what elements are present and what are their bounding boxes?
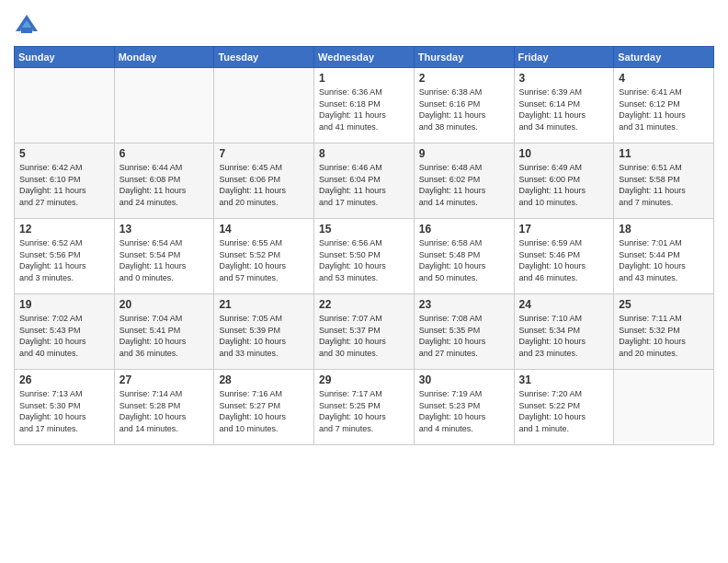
day-info: Sunrise: 6:44 AM Sunset: 6:08 PM Dayligh… [119, 162, 210, 208]
calendar-cell: 21Sunrise: 7:05 AM Sunset: 5:39 PM Dayli… [214, 294, 314, 370]
day-number: 26 [19, 373, 109, 386]
calendar-cell: 13Sunrise: 6:54 AM Sunset: 5:54 PM Dayli… [114, 219, 214, 294]
day-number: 9 [419, 147, 509, 160]
day-info: Sunrise: 6:38 AM Sunset: 6:16 PM Dayligh… [419, 86, 509, 132]
day-info: Sunrise: 7:20 AM Sunset: 5:22 PM Dayligh… [519, 388, 609, 434]
calendar-cell: 27Sunrise: 7:14 AM Sunset: 5:28 PM Dayli… [114, 370, 214, 445]
svg-rect-2 [21, 28, 32, 33]
day-number: 12 [19, 223, 109, 236]
calendar-cell: 29Sunrise: 7:17 AM Sunset: 5:25 PM Dayli… [314, 370, 415, 445]
day-number: 18 [619, 223, 709, 236]
day-info: Sunrise: 7:07 AM Sunset: 5:37 PM Dayligh… [319, 313, 409, 359]
calendar-cell: 24Sunrise: 7:10 AM Sunset: 5:34 PM Dayli… [514, 294, 614, 370]
calendar-cell: 14Sunrise: 6:55 AM Sunset: 5:52 PM Dayli… [214, 219, 314, 294]
day-info: Sunrise: 6:46 AM Sunset: 6:04 PM Dayligh… [319, 162, 409, 208]
day-info: Sunrise: 7:19 AM Sunset: 5:23 PM Dayligh… [419, 388, 509, 434]
day-number: 30 [419, 373, 509, 386]
day-number: 20 [119, 298, 210, 311]
calendar-cell: 26Sunrise: 7:13 AM Sunset: 5:30 PM Dayli… [15, 370, 115, 445]
week-row-1: 5Sunrise: 6:42 AM Sunset: 6:10 PM Daylig… [15, 144, 714, 219]
calendar-cell: 16Sunrise: 6:58 AM Sunset: 5:48 PM Dayli… [414, 219, 514, 294]
calendar-cell: 12Sunrise: 6:52 AM Sunset: 5:56 PM Dayli… [15, 219, 115, 294]
day-number: 1 [319, 72, 409, 85]
day-info: Sunrise: 6:48 AM Sunset: 6:02 PM Dayligh… [419, 162, 509, 208]
day-info: Sunrise: 7:11 AM Sunset: 5:32 PM Dayligh… [619, 313, 709, 359]
day-info: Sunrise: 7:17 AM Sunset: 5:25 PM Dayligh… [319, 388, 409, 434]
day-info: Sunrise: 7:13 AM Sunset: 5:30 PM Dayligh… [19, 388, 109, 434]
day-number: 8 [319, 147, 409, 160]
calendar-cell [214, 68, 314, 144]
header [14, 9, 714, 39]
day-number: 19 [19, 298, 109, 311]
calendar-cell: 19Sunrise: 7:02 AM Sunset: 5:43 PM Dayli… [15, 294, 115, 370]
day-info: Sunrise: 6:41 AM Sunset: 6:12 PM Dayligh… [619, 86, 709, 132]
day-info: Sunrise: 6:45 AM Sunset: 6:06 PM Dayligh… [219, 162, 309, 208]
day-header-wednesday: Wednesday [314, 47, 415, 68]
day-number: 31 [519, 373, 609, 386]
day-header-saturday: Saturday [614, 47, 714, 68]
calendar-cell: 25Sunrise: 7:11 AM Sunset: 5:32 PM Dayli… [614, 294, 714, 370]
calendar-table: SundayMondayTuesdayWednesdayThursdayFrid… [14, 46, 714, 445]
week-row-2: 12Sunrise: 6:52 AM Sunset: 5:56 PM Dayli… [15, 219, 714, 294]
day-info: Sunrise: 7:16 AM Sunset: 5:27 PM Dayligh… [219, 388, 309, 434]
day-info: Sunrise: 6:56 AM Sunset: 5:50 PM Dayligh… [319, 237, 409, 283]
day-header-tuesday: Tuesday [214, 47, 314, 68]
day-info: Sunrise: 6:59 AM Sunset: 5:46 PM Dayligh… [519, 237, 609, 283]
day-info: Sunrise: 7:04 AM Sunset: 5:41 PM Dayligh… [119, 313, 210, 359]
day-info: Sunrise: 6:51 AM Sunset: 5:58 PM Dayligh… [619, 162, 709, 208]
logo [14, 13, 43, 39]
day-number: 7 [219, 147, 309, 160]
week-row-4: 26Sunrise: 7:13 AM Sunset: 5:30 PM Dayli… [15, 370, 714, 445]
day-number: 23 [419, 298, 509, 311]
calendar-cell: 31Sunrise: 7:20 AM Sunset: 5:22 PM Dayli… [514, 370, 614, 445]
day-number: 14 [219, 223, 309, 236]
day-header-thursday: Thursday [414, 47, 514, 68]
day-info: Sunrise: 7:08 AM Sunset: 5:35 PM Dayligh… [419, 313, 509, 359]
day-number: 16 [419, 223, 509, 236]
day-number: 10 [519, 147, 609, 160]
week-row-3: 19Sunrise: 7:02 AM Sunset: 5:43 PM Dayli… [15, 294, 714, 370]
calendar-cell: 5Sunrise: 6:42 AM Sunset: 6:10 PM Daylig… [15, 144, 115, 219]
day-number: 11 [619, 147, 709, 160]
calendar-cell: 4Sunrise: 6:41 AM Sunset: 6:12 PM Daylig… [614, 68, 714, 144]
calendar-cell: 2Sunrise: 6:38 AM Sunset: 6:16 PM Daylig… [414, 68, 514, 144]
day-number: 15 [319, 223, 409, 236]
day-number: 2 [419, 72, 509, 85]
day-number: 21 [219, 298, 309, 311]
day-info: Sunrise: 7:10 AM Sunset: 5:34 PM Dayligh… [519, 313, 609, 359]
day-info: Sunrise: 6:49 AM Sunset: 6:00 PM Dayligh… [519, 162, 609, 208]
header-row: SundayMondayTuesdayWednesdayThursdayFrid… [15, 47, 714, 68]
day-number: 4 [619, 72, 709, 85]
day-info: Sunrise: 6:58 AM Sunset: 5:48 PM Dayligh… [419, 237, 509, 283]
day-number: 13 [119, 223, 210, 236]
day-number: 29 [319, 373, 409, 386]
day-info: Sunrise: 6:42 AM Sunset: 6:10 PM Dayligh… [19, 162, 109, 208]
calendar-cell: 22Sunrise: 7:07 AM Sunset: 5:37 PM Dayli… [314, 294, 415, 370]
calendar-cell: 17Sunrise: 6:59 AM Sunset: 5:46 PM Dayli… [514, 219, 614, 294]
day-info: Sunrise: 7:01 AM Sunset: 5:44 PM Dayligh… [619, 237, 709, 283]
day-info: Sunrise: 7:05 AM Sunset: 5:39 PM Dayligh… [219, 313, 309, 359]
day-number: 17 [519, 223, 609, 236]
calendar-cell: 6Sunrise: 6:44 AM Sunset: 6:08 PM Daylig… [114, 144, 214, 219]
calendar-cell [614, 370, 714, 445]
logo-icon [14, 13, 40, 39]
day-number: 24 [519, 298, 609, 311]
calendar-cell: 30Sunrise: 7:19 AM Sunset: 5:23 PM Dayli… [414, 370, 514, 445]
calendar-cell: 20Sunrise: 7:04 AM Sunset: 5:41 PM Dayli… [114, 294, 214, 370]
day-number: 5 [19, 147, 109, 160]
day-number: 27 [119, 373, 210, 386]
day-header-monday: Monday [114, 47, 214, 68]
calendar-cell: 8Sunrise: 6:46 AM Sunset: 6:04 PM Daylig… [314, 144, 415, 219]
day-info: Sunrise: 6:54 AM Sunset: 5:54 PM Dayligh… [119, 237, 210, 283]
calendar-cell: 3Sunrise: 6:39 AM Sunset: 6:14 PM Daylig… [514, 68, 614, 144]
calendar-cell: 1Sunrise: 6:36 AM Sunset: 6:18 PM Daylig… [314, 68, 415, 144]
calendar-cell: 23Sunrise: 7:08 AM Sunset: 5:35 PM Dayli… [414, 294, 514, 370]
day-info: Sunrise: 7:14 AM Sunset: 5:28 PM Dayligh… [119, 388, 210, 434]
calendar-cell: 18Sunrise: 7:01 AM Sunset: 5:44 PM Dayli… [614, 219, 714, 294]
calendar-cell: 10Sunrise: 6:49 AM Sunset: 6:00 PM Dayli… [514, 144, 614, 219]
page-container: SundayMondayTuesdayWednesdayThursdayFrid… [0, 0, 728, 563]
calendar-cell: 11Sunrise: 6:51 AM Sunset: 5:58 PM Dayli… [614, 144, 714, 219]
week-row-0: 1Sunrise: 6:36 AM Sunset: 6:18 PM Daylig… [15, 68, 714, 144]
day-header-sunday: Sunday [15, 47, 115, 68]
calendar-cell: 9Sunrise: 6:48 AM Sunset: 6:02 PM Daylig… [414, 144, 514, 219]
